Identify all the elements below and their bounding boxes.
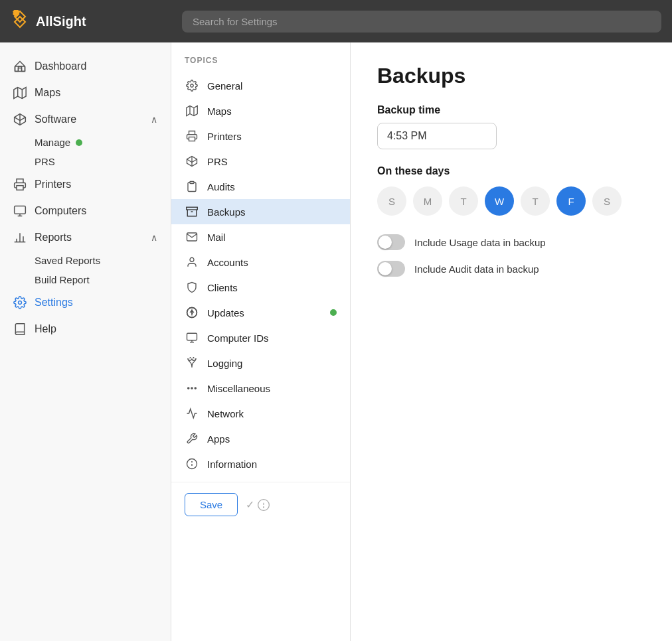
topic-apps[interactable]: Apps: [171, 426, 350, 451]
save-button[interactable]: Save: [185, 493, 238, 516]
sidebar-item-help[interactable]: Help: [0, 316, 171, 342]
day-wed[interactable]: W: [485, 186, 514, 216]
check-symbol: ✓: [246, 498, 254, 511]
general-gear-icon: [185, 80, 199, 92]
panel-title: Backups: [377, 64, 645, 88]
topic-updates-icon: [185, 307, 199, 319]
topic-print-icon: [185, 130, 199, 142]
sidebar-item-settings[interactable]: Settings: [0, 289, 171, 316]
sidebar-sub-item-manage[interactable]: Manage: [35, 133, 171, 152]
sidebar-item-maps[interactable]: Maps: [0, 80, 171, 106]
svg-rect-26: [190, 182, 194, 184]
sidebar-sub-item-build-report[interactable]: Build Report: [35, 270, 171, 289]
sidebar-item-computers[interactable]: Computers: [0, 198, 171, 224]
topic-audits[interactable]: Audits: [171, 174, 350, 199]
toggle-usage-data[interactable]: [377, 234, 405, 250]
print-icon: [13, 178, 27, 191]
topics-footer: Save ✓: [171, 482, 350, 527]
sidebar: Dashboard Maps Software: [0, 42, 171, 641]
svg-rect-27: [187, 207, 198, 210]
svg-point-44: [192, 462, 193, 463]
topic-mail[interactable]: Mail: [171, 224, 350, 249]
topic-prs[interactable]: PRS: [171, 149, 350, 174]
topic-wrench-icon: [185, 433, 199, 445]
svg-rect-23: [189, 137, 195, 141]
topic-network-icon: [185, 407, 199, 419]
svg-point-19: [191, 84, 194, 88]
topic-archive-icon: [185, 206, 199, 218]
toggle-usage-data-label: Include Usage data in backup: [414, 237, 546, 248]
svg-rect-4: [15, 66, 25, 72]
day-thu[interactable]: T: [521, 186, 550, 216]
svg-point-39: [191, 388, 193, 389]
on-these-days-label: On these days: [377, 165, 645, 177]
topic-clipboard-icon: [185, 180, 199, 192]
svg-point-38: [188, 388, 189, 389]
day-fri[interactable]: F: [556, 186, 586, 216]
svg-point-29: [190, 257, 194, 261]
svg-rect-11: [15, 206, 26, 214]
monitor-icon: [13, 204, 27, 218]
topics-panel: TOPICS General Maps: [171, 42, 351, 641]
topic-shield-icon: [185, 281, 199, 293]
topic-miscellaneous[interactable]: Miscellaneous: [171, 376, 350, 401]
sidebar-sub-item-prs[interactable]: PRS: [35, 152, 171, 171]
home-icon: [13, 60, 27, 73]
svg-marker-20: [187, 106, 198, 116]
box-icon: [13, 113, 27, 126]
toggle-usage-data-row: Include Usage data in backup: [377, 234, 645, 250]
topic-backups[interactable]: Backups: [171, 199, 350, 224]
gear-icon: [13, 296, 27, 309]
svg-rect-10: [17, 186, 23, 190]
sidebar-item-dashboard[interactable]: Dashboard: [0, 53, 171, 80]
topic-clients[interactable]: Clients: [171, 275, 350, 300]
day-sun[interactable]: S: [377, 186, 406, 216]
topic-maps[interactable]: Maps: [171, 98, 350, 123]
topic-person-icon: [185, 256, 199, 268]
svg-rect-35: [187, 333, 197, 340]
sidebar-item-printers[interactable]: Printers: [0, 171, 171, 198]
sidebar-sub-item-saved-reports[interactable]: Saved Reports: [35, 251, 171, 270]
software-sub-items: Manage PRS: [0, 133, 171, 171]
chevron-up-reports-icon: ∧: [151, 232, 157, 243]
topic-updates[interactable]: Updates: [171, 300, 350, 325]
backup-time-input[interactable]: [377, 123, 497, 149]
sidebar-section-reports[interactable]: Reports ∧: [0, 224, 171, 251]
toggle-audit-data-label: Include Audit data in backup: [414, 263, 539, 275]
topic-printers[interactable]: Printers: [171, 123, 350, 149]
toggle-audit-data-row: Include Audit data in backup: [377, 261, 645, 277]
topbar: AllSight Search for Settings: [0, 0, 672, 42]
topic-general[interactable]: General: [171, 73, 350, 98]
backup-time-label: Backup time: [377, 104, 645, 116]
topic-accounts[interactable]: Accounts: [171, 249, 350, 275]
svg-point-40: [195, 388, 196, 389]
topic-info-icon: [185, 458, 199, 470]
app-name: AllSight: [36, 14, 86, 29]
app-logo: AllSight: [11, 10, 182, 33]
topic-computer-ids[interactable]: Computer IDs: [171, 325, 350, 350]
book-icon: [13, 322, 27, 336]
topic-network[interactable]: Network: [171, 401, 350, 426]
topic-mail-icon: [185, 231, 199, 243]
svg-marker-5: [14, 88, 26, 99]
topics-label: TOPICS: [171, 56, 350, 73]
main-content: Dashboard Maps Software: [0, 42, 672, 641]
map-icon: [13, 86, 27, 100]
topic-logging-icon: [185, 357, 199, 369]
toggle-audit-data[interactable]: [377, 261, 405, 277]
day-sat[interactable]: S: [592, 186, 622, 216]
sidebar-section-software[interactable]: Software ∧: [0, 106, 171, 133]
day-tue[interactable]: T: [449, 186, 478, 216]
topic-cube-icon: [185, 155, 199, 167]
day-mon[interactable]: M: [413, 186, 442, 216]
topic-information[interactable]: Information: [171, 451, 350, 476]
days-row: S M T W T F S: [377, 186, 645, 216]
topic-computer-icon: [185, 332, 199, 344]
topic-logging[interactable]: Logging: [171, 350, 350, 376]
search-bar[interactable]: Search for Settings: [182, 11, 661, 33]
backups-panel: Backups Backup time On these days S M T …: [351, 42, 672, 641]
chevron-up-icon: ∧: [151, 114, 157, 125]
logo-icon: [11, 10, 29, 33]
topic-dots-icon: [185, 382, 199, 394]
manage-status-dot: [76, 139, 82, 146]
